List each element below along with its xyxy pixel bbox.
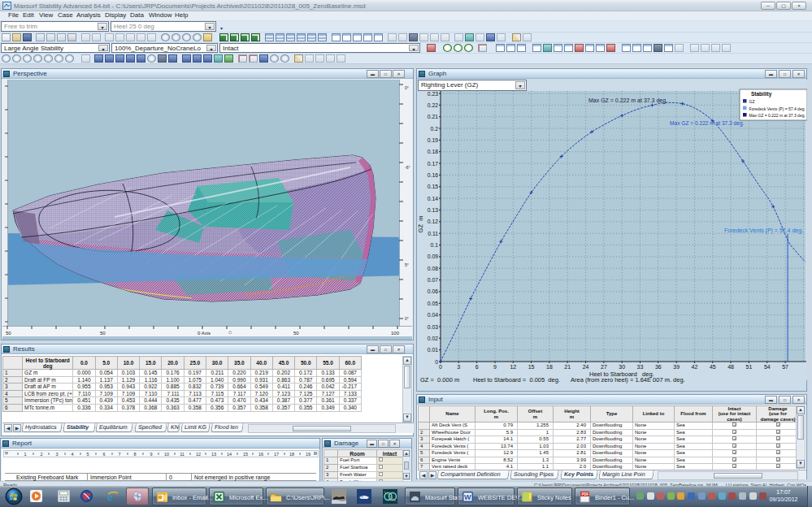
svg-text:0.09: 0.09 [428,254,438,259]
svg-text:7: 7 [118,452,120,457]
svg-text:15: 15 [528,364,535,370]
svg-text:-6°: -6° [405,165,410,170]
svg-text:57: 57 [782,364,788,370]
svg-text:18: 18 [546,364,553,370]
svg-text:19: 19 [306,452,310,457]
svg-text:14: 14 [227,452,232,457]
svg-text:0.23: 0.23 [428,91,438,97]
svg-text:⌂: ⌂ [228,329,232,335]
svg-text:●: ● [361,494,363,499]
svg-text:50: 50 [6,331,11,336]
svg-text:Max GZ = 0.222 m at 37.3 deg.: Max GZ = 0.222 m at 37.3 deg. [588,98,667,104]
svg-text:0 Axis: 0 Axis [198,331,211,336]
svg-text:2: 2 [40,452,42,457]
svg-text:4: 4 [71,452,73,457]
svg-text:0.14: 0.14 [428,196,438,202]
svg-text:48: 48 [727,364,734,370]
svg-text:Max GZ = 0.222 m at 37.3 deg.: Max GZ = 0.222 m at 37.3 deg. [749,113,805,118]
svg-text:0.11: 0.11 [428,231,438,236]
svg-text:100: 100 [391,331,400,336]
svg-text:6: 6 [475,364,479,370]
svg-text:10: 10 [164,452,169,457]
svg-text:50: 50 [293,331,299,336]
svg-text:0.18: 0.18 [428,149,438,154]
svg-text:0.02: 0.02 [428,336,438,341]
svg-text:0.05: 0.05 [428,301,438,306]
svg-text:0.2: 0.2 [431,126,439,132]
svg-text:0: 0 [439,364,442,370]
svg-text:0.08: 0.08 [428,266,438,271]
svg-text:9: 9 [493,364,497,370]
svg-text:0.03: 0.03 [428,324,438,330]
svg-text:0.21: 0.21 [428,114,438,119]
svg-text:50: 50 [100,331,106,336]
svg-text:PDF: PDF [582,492,589,496]
svg-text:21: 21 [564,364,571,370]
svg-text:30: 30 [619,364,625,370]
svg-text:0.07: 0.07 [428,277,438,283]
svg-text:51: 51 [746,364,753,370]
svg-text:11: 11 [180,452,185,457]
svg-text:0.22: 0.22 [428,102,438,108]
svg-text:Max GZ = 0.222 m at 37.3 deg.: Max GZ = 0.222 m at 37.3 deg. [670,120,745,127]
svg-text:8: 8 [133,452,136,457]
svg-text:13: 13 [211,452,216,457]
svg-text:1: 1 [24,452,26,457]
svg-text:GZ: GZ [749,99,755,104]
svg-text:0.19: 0.19 [428,137,438,143]
svg-text:24: 24 [583,364,589,370]
svg-text:5: 5 [86,452,89,457]
svg-text:42: 42 [692,364,698,370]
svg-text:0.15: 0.15 [428,184,438,189]
svg-text:12: 12 [510,364,516,370]
svg-text:0.04: 0.04 [428,312,438,318]
svg-text:12: 12 [196,452,201,457]
svg-text:0°: 0° [405,85,409,90]
svg-text:6: 6 [102,452,105,457]
svg-text:0°: 0° [405,316,409,321]
svg-text:39: 39 [673,364,680,370]
svg-text:27: 27 [601,364,607,370]
svg-text:0.06: 0.06 [428,288,438,294]
svg-text:33: 33 [637,364,644,370]
svg-text:9: 9 [150,452,152,457]
svg-text:0.16: 0.16 [428,172,438,178]
svg-text:W: W [464,493,471,501]
svg-text:54: 54 [764,364,771,370]
svg-text:0: 0 [435,359,438,365]
svg-text:15: 15 [243,452,248,457]
svg-text:3: 3 [457,364,460,370]
svg-text:Stability: Stability [751,91,772,98]
svg-text:0.17: 0.17 [428,161,438,167]
svg-text:17: 17 [274,452,279,457]
svg-text:0.1: 0.1 [431,242,439,248]
svg-text:0.01: 0.01 [428,347,438,353]
svg-text:16: 16 [258,452,263,457]
svg-text:5°: 5° [405,262,409,267]
svg-text:36: 36 [655,364,662,370]
svg-text:0.12: 0.12 [428,219,438,224]
svg-text:3: 3 [55,452,58,457]
svg-text:45: 45 [710,364,716,370]
svg-text:Foredeck Vents (P) = 57.4 deg.: Foredeck Vents (P) = 57.4 deg. [749,106,805,111]
svg-text:Foredeck Vents (P) = 57.4 deg.: Foredeck Vents (P) = 57.4 deg. [724,228,803,234]
svg-text:GZ m: GZ m [418,216,424,233]
svg-text:0.13: 0.13 [428,207,438,213]
svg-text:18: 18 [289,452,294,457]
